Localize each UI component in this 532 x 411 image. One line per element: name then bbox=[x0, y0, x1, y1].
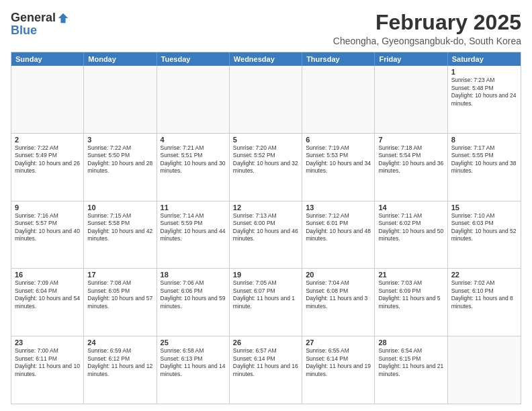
day-cell: 17Sunrise: 7:08 AM Sunset: 6:05 PM Dayli… bbox=[84, 269, 157, 336]
day-info: Sunrise: 7:10 AM Sunset: 6:03 PM Dayligh… bbox=[451, 212, 517, 243]
day-number: 1 bbox=[451, 68, 517, 76]
day-info: Sunrise: 7:16 AM Sunset: 5:57 PM Dayligh… bbox=[15, 212, 80, 243]
location: Cheongha, Gyeongsangbuk-do, South Korea bbox=[333, 36, 521, 46]
day-number: 19 bbox=[233, 271, 298, 279]
day-header-monday: Monday bbox=[84, 52, 157, 66]
day-header-tuesday: Tuesday bbox=[157, 52, 230, 66]
week-row-4: 16Sunrise: 7:09 AM Sunset: 6:04 PM Dayli… bbox=[11, 269, 521, 336]
day-cell: 8Sunrise: 7:17 AM Sunset: 5:55 PM Daylig… bbox=[448, 134, 521, 201]
week-row-5: 23Sunrise: 7:00 AM Sunset: 6:11 PM Dayli… bbox=[11, 336, 521, 404]
logo-general: General bbox=[11, 11, 56, 25]
day-info: Sunrise: 7:23 AM Sunset: 5:48 PM Dayligh… bbox=[451, 77, 517, 107]
day-number: 8 bbox=[451, 136, 517, 144]
day-number: 9 bbox=[15, 203, 80, 212]
day-cell: 27Sunrise: 6:55 AM Sunset: 6:14 PM Dayli… bbox=[302, 336, 375, 404]
day-number: 6 bbox=[306, 136, 371, 144]
day-header-wednesday: Wednesday bbox=[230, 52, 302, 66]
day-number: 28 bbox=[378, 338, 443, 347]
week-row-2: 2Sunrise: 7:22 AM Sunset: 5:49 PM Daylig… bbox=[11, 134, 521, 201]
day-cell: 20Sunrise: 7:04 AM Sunset: 6:08 PM Dayli… bbox=[302, 269, 375, 336]
logo-icon bbox=[57, 12, 69, 24]
logo-text: General bbox=[11, 11, 69, 25]
day-info: Sunrise: 7:06 AM Sunset: 6:06 PM Dayligh… bbox=[161, 279, 226, 310]
day-info: Sunrise: 7:22 AM Sunset: 5:50 PM Dayligh… bbox=[87, 144, 152, 175]
day-header-sunday: Sunday bbox=[11, 52, 84, 66]
day-number: 12 bbox=[233, 203, 298, 212]
day-info: Sunrise: 6:58 AM Sunset: 6:13 PM Dayligh… bbox=[161, 347, 226, 378]
day-number: 26 bbox=[233, 338, 298, 347]
day-number: 18 bbox=[161, 271, 226, 279]
day-info: Sunrise: 6:59 AM Sunset: 6:12 PM Dayligh… bbox=[87, 347, 152, 378]
day-cell: 1Sunrise: 7:23 AM Sunset: 5:48 PM Daylig… bbox=[448, 66, 521, 133]
day-cell: 28Sunrise: 6:54 AM Sunset: 6:15 PM Dayli… bbox=[375, 336, 447, 404]
day-cell: 23Sunrise: 7:00 AM Sunset: 6:11 PM Dayli… bbox=[11, 336, 84, 404]
day-header-thursday: Thursday bbox=[302, 52, 375, 66]
day-cell bbox=[84, 66, 157, 133]
day-cell bbox=[157, 66, 230, 133]
day-number: 2 bbox=[15, 136, 80, 144]
day-cell: 2Sunrise: 7:22 AM Sunset: 5:49 PM Daylig… bbox=[11, 134, 84, 201]
day-number: 20 bbox=[306, 271, 371, 279]
day-info: Sunrise: 7:04 AM Sunset: 6:08 PM Dayligh… bbox=[306, 279, 371, 310]
day-info: Sunrise: 7:05 AM Sunset: 6:07 PM Dayligh… bbox=[233, 279, 298, 310]
day-cell: 22Sunrise: 7:02 AM Sunset: 6:10 PM Dayli… bbox=[448, 269, 521, 336]
day-cell: 25Sunrise: 6:58 AM Sunset: 6:13 PM Dayli… bbox=[157, 336, 230, 404]
svg-marker-0 bbox=[58, 13, 68, 22]
day-number: 22 bbox=[451, 271, 517, 279]
day-info: Sunrise: 7:02 AM Sunset: 6:10 PM Dayligh… bbox=[451, 279, 517, 310]
day-headers: SundayMondayTuesdayWednesdayThursdayFrid… bbox=[11, 52, 521, 66]
day-header-friday: Friday bbox=[375, 52, 447, 66]
day-info: Sunrise: 7:13 AM Sunset: 6:00 PM Dayligh… bbox=[233, 212, 298, 243]
day-cell: 21Sunrise: 7:03 AM Sunset: 6:09 PM Dayli… bbox=[375, 269, 447, 336]
day-number: 14 bbox=[378, 203, 443, 212]
day-info: Sunrise: 7:15 AM Sunset: 5:58 PM Dayligh… bbox=[87, 212, 152, 243]
day-info: Sunrise: 7:21 AM Sunset: 5:51 PM Dayligh… bbox=[161, 144, 226, 175]
day-number: 7 bbox=[378, 136, 443, 144]
day-cell: 4Sunrise: 7:21 AM Sunset: 5:51 PM Daylig… bbox=[157, 134, 230, 201]
day-info: Sunrise: 7:14 AM Sunset: 5:59 PM Dayligh… bbox=[161, 212, 226, 243]
day-number: 23 bbox=[15, 338, 80, 347]
logo: General Blue bbox=[11, 11, 69, 38]
day-cell: 16Sunrise: 7:09 AM Sunset: 6:04 PM Dayli… bbox=[11, 269, 84, 336]
day-info: Sunrise: 7:08 AM Sunset: 6:05 PM Dayligh… bbox=[87, 279, 152, 310]
page: General Blue February 2025 Cheongha, Gye… bbox=[0, 0, 532, 411]
day-cell: 26Sunrise: 6:57 AM Sunset: 6:14 PM Dayli… bbox=[230, 336, 302, 404]
day-cell bbox=[230, 66, 302, 133]
day-number: 17 bbox=[87, 271, 152, 279]
day-cell: 12Sunrise: 7:13 AM Sunset: 6:00 PM Dayli… bbox=[230, 201, 302, 269]
day-cell: 14Sunrise: 7:11 AM Sunset: 6:02 PM Dayli… bbox=[375, 201, 447, 269]
day-cell: 5Sunrise: 7:20 AM Sunset: 5:52 PM Daylig… bbox=[230, 134, 302, 201]
day-info: Sunrise: 7:17 AM Sunset: 5:55 PM Dayligh… bbox=[451, 144, 517, 175]
day-cell: 19Sunrise: 7:05 AM Sunset: 6:07 PM Dayli… bbox=[230, 269, 302, 336]
day-cell: 10Sunrise: 7:15 AM Sunset: 5:58 PM Dayli… bbox=[84, 201, 157, 269]
day-number: 27 bbox=[306, 338, 371, 347]
header: General Blue February 2025 Cheongha, Gye… bbox=[11, 11, 521, 46]
day-cell: 6Sunrise: 7:19 AM Sunset: 5:53 PM Daylig… bbox=[302, 134, 375, 201]
day-info: Sunrise: 6:55 AM Sunset: 6:14 PM Dayligh… bbox=[306, 347, 371, 378]
day-info: Sunrise: 7:00 AM Sunset: 6:11 PM Dayligh… bbox=[15, 347, 80, 378]
title-section: February 2025 Cheongha, Gyeongsangbuk-do… bbox=[333, 11, 521, 46]
day-info: Sunrise: 7:22 AM Sunset: 5:49 PM Dayligh… bbox=[15, 144, 80, 175]
day-number: 24 bbox=[87, 338, 152, 347]
day-cell bbox=[11, 66, 84, 133]
week-row-1: 1Sunrise: 7:23 AM Sunset: 5:48 PM Daylig… bbox=[11, 66, 521, 134]
day-info: Sunrise: 7:19 AM Sunset: 5:53 PM Dayligh… bbox=[306, 144, 371, 175]
day-number: 5 bbox=[233, 136, 298, 144]
day-cell: 3Sunrise: 7:22 AM Sunset: 5:50 PM Daylig… bbox=[84, 134, 157, 201]
day-info: Sunrise: 7:03 AM Sunset: 6:09 PM Dayligh… bbox=[378, 279, 443, 310]
day-cell: 7Sunrise: 7:18 AM Sunset: 5:54 PM Daylig… bbox=[375, 134, 447, 201]
day-number: 3 bbox=[87, 136, 152, 144]
day-cell bbox=[448, 336, 521, 404]
day-number: 16 bbox=[15, 271, 80, 279]
day-info: Sunrise: 7:18 AM Sunset: 5:54 PM Dayligh… bbox=[378, 144, 443, 175]
day-info: Sunrise: 7:09 AM Sunset: 6:04 PM Dayligh… bbox=[15, 279, 80, 310]
day-cell: 11Sunrise: 7:14 AM Sunset: 5:59 PM Dayli… bbox=[157, 201, 230, 269]
day-cell: 15Sunrise: 7:10 AM Sunset: 6:03 PM Dayli… bbox=[448, 201, 521, 269]
day-number: 25 bbox=[161, 338, 226, 347]
logo-blue-text: Blue bbox=[11, 24, 37, 37]
day-number: 11 bbox=[161, 203, 226, 212]
day-cell bbox=[302, 66, 375, 133]
month-title: February 2025 bbox=[333, 11, 521, 34]
day-cell: 9Sunrise: 7:16 AM Sunset: 5:57 PM Daylig… bbox=[11, 201, 84, 269]
day-cell: 24Sunrise: 6:59 AM Sunset: 6:12 PM Dayli… bbox=[84, 336, 157, 404]
